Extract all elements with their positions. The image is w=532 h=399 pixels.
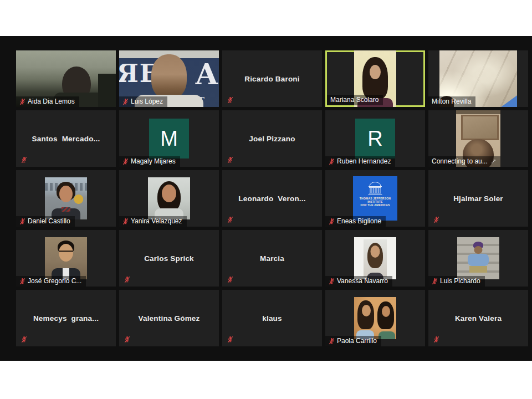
participant-tile-hjalmar-soler[interactable]: Hjalmar Soler [428, 170, 528, 227]
participant-tile-daniel-castillo[interactable]: Daniel Castillo [16, 170, 116, 227]
participant-name: Luis Pichardo [440, 277, 480, 285]
name-label: Ruben Hernandez [325, 156, 395, 167]
logo-text: FOR THE AMERICAS [360, 203, 390, 207]
video-decor [62, 207, 70, 212]
participant-name: Paola Carrillo [337, 337, 377, 345]
video-decor [59, 244, 73, 262]
video-decor [370, 65, 381, 79]
participant-tile-jose-gregorio[interactable]: José Gregorio C... [16, 230, 116, 287]
name-label: Mariana Scolaro [327, 95, 383, 105]
participant-tile-eneas-biglione[interactable]: THOMAS JEFFERSON INSTITUTE FOR THE AMERI… [325, 170, 425, 227]
participant-tile-vanessa-navarro[interactable]: Vanessa Navarro [325, 230, 425, 287]
name-label: Vanessa Navarro [325, 276, 392, 287]
participant-name: Eneas Biglione [337, 217, 381, 225]
initial-avatar: M [149, 119, 189, 158]
participant-tile-magaly-mijares[interactable]: M Magaly Mijares [119, 110, 219, 167]
muted-mic-icon [433, 216, 439, 223]
participant-name: Luis López [131, 98, 163, 105]
avatar-photo [45, 177, 87, 219]
muted-mic-icon [227, 276, 233, 283]
participant-tile-carlos-sprick[interactable]: Carlos Sprick [119, 230, 219, 287]
participant-name: Aida Dia Lemos [28, 98, 75, 105]
participant-tile-valentina-gomez[interactable]: Valentina Gómez [119, 290, 219, 346]
name-label: Eneas Biglione [325, 216, 386, 227]
participant-name: Karen Valera [455, 314, 502, 323]
participant-tile-luis-lopez[interactable]: ЯE A T Luis López [119, 50, 219, 107]
participant-name: Nemecys grana... [33, 314, 99, 323]
muted-mic-icon [227, 156, 233, 163]
avatar-initial: R [367, 127, 382, 151]
participant-tile-ricardo-baroni[interactable]: Ricardo Baroni [222, 50, 322, 107]
participant-tile-marcia[interactable]: Marcia [222, 230, 322, 287]
muted-mic-icon [122, 98, 129, 105]
muted-mic-icon [329, 337, 335, 345]
muted-mic-icon [124, 276, 130, 283]
participant-tile-luis-pichardo[interactable]: Luis Pichardo [428, 230, 528, 287]
participant-name: Joel Pizzano [249, 135, 295, 143]
avatar-photo [148, 177, 190, 219]
muted-mic-icon [19, 98, 25, 105]
participant-tile-joel-pizzano[interactable]: Joel Pizzano [222, 110, 322, 167]
participant-tile-klaus[interactable]: klaus [222, 290, 322, 346]
muted-mic-icon [124, 336, 130, 343]
participant-name: Yanira Velazquez [131, 217, 182, 225]
muted-mic-icon [19, 218, 25, 225]
avatar-photo [354, 237, 396, 279]
muted-mic-icon [122, 218, 129, 225]
participant-tile-connecting-to-audio[interactable]: Connecting to au... [428, 110, 528, 167]
video-decor [59, 250, 73, 252]
participant-tile-paola-carrillo[interactable]: Paola Carrillo [325, 290, 425, 346]
participant-tile-santos-mercado[interactable]: Santos Mercado... [16, 110, 116, 167]
participant-name: Marcia [260, 254, 284, 263]
participant-name: Connecting to au... [432, 157, 488, 165]
institute-logo: THOMAS JEFFERSON INSTITUTE FOR THE AMERI… [353, 176, 397, 221]
participant-name: Leonardo Veron... [238, 195, 305, 203]
muted-mic-icon [329, 158, 335, 165]
participant-name: Daniel Castillo [28, 217, 70, 225]
participant-name: Valentina Gómez [138, 314, 200, 323]
participant-tile-karen-valera[interactable]: Karen Valera [428, 290, 528, 346]
name-label: Aida Dia Lemos [16, 96, 79, 107]
participant-name: Carlos Sprick [144, 254, 194, 263]
name-label: Luis Pichardo [428, 276, 485, 287]
participant-name: Milton Revilla [432, 98, 471, 105]
participant-name: José Gregorio C... [28, 277, 81, 285]
muted-mic-icon [432, 278, 438, 285]
muted-mic-icon [227, 336, 233, 343]
muted-mic-icon [122, 158, 129, 165]
participant-tile-aida-dia-lemos[interactable]: Aida Dia Lemos [16, 50, 116, 107]
initial-avatar: R [355, 119, 395, 158]
participant-name: Vanessa Navarro [337, 277, 388, 285]
video-decor [98, 74, 116, 107]
connecting-audio-icon [491, 159, 496, 164]
avatar-initial: M [160, 127, 178, 151]
muted-mic-icon [227, 96, 233, 104]
muted-mic-icon [21, 156, 27, 163]
avatar-photo [457, 237, 499, 279]
name-label: Milton Revilla [428, 96, 475, 107]
video-decor [469, 266, 487, 273]
participant-tile-ruben-hernandez[interactable]: R Ruben Hernandez [325, 110, 425, 167]
name-label: Connecting to au... [428, 156, 500, 167]
monument-icon [362, 180, 388, 197]
video-decor [468, 254, 489, 266]
screenshot-canvas: Aida Dia Lemos ЯE A T Luis López Ricardo… [0, 0, 532, 399]
name-label: Daniel Castillo [16, 216, 75, 227]
name-label: Luis López [119, 96, 167, 107]
video-decor [362, 305, 371, 316]
participant-tile-leonardo-veron[interactable]: Leonardo Veron... [222, 170, 322, 227]
picture-frame-decor [461, 115, 499, 140]
zoom-gallery-window: Aida Dia Lemos ЯE A T Luis López Ricardo… [0, 36, 532, 361]
participant-tile-mariana-scolaro-active-speaker[interactable]: Mariana Scolaro [325, 50, 425, 107]
participant-name: Ricardo Baroni [244, 75, 300, 83]
participant-name: Magaly Mijares [131, 157, 176, 165]
muted-mic-icon [329, 278, 335, 285]
muted-mic-icon [433, 336, 439, 343]
participant-tile-yanira-velazquez[interactable]: Yanira Velazquez [119, 170, 219, 227]
participant-tile-milton-revilla[interactable]: Milton Revilla [428, 50, 528, 107]
muted-mic-icon [227, 216, 233, 223]
participant-grid: Aida Dia Lemos ЯE A T Luis López Ricardo… [16, 50, 528, 346]
participant-tile-nemecys-grana[interactable]: Nemecys grana... [16, 290, 116, 346]
participant-name: Santos Mercado... [32, 135, 100, 143]
name-label: Magaly Mijares [119, 156, 180, 167]
